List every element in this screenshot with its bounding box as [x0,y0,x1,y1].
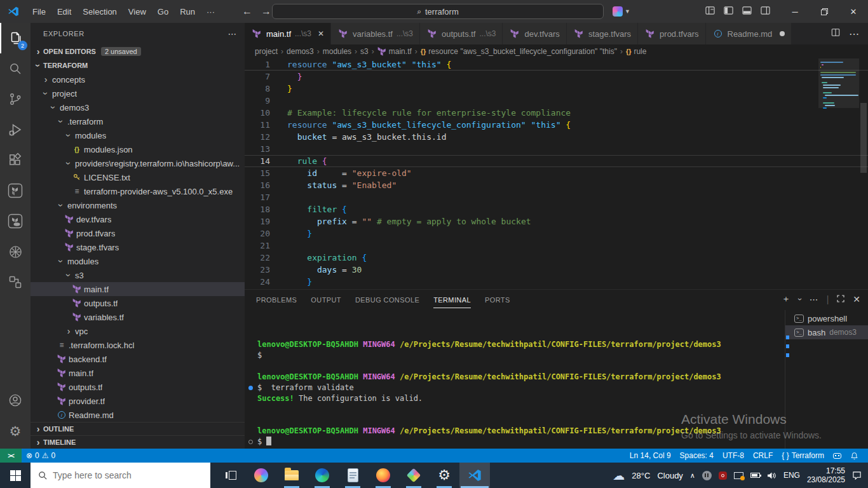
activity-account-icon[interactable] [0,385,31,416]
panel-tab-problems[interactable]: PROBLEMS [256,291,297,308]
code-line-11[interactable]: 11resource "aws_s3_bucket_lifecycle_conf… [245,119,868,131]
tab-outputs.tf[interactable]: outputs.tf...\s3 [420,23,503,44]
taskbar-app-vscode[interactable] [459,463,490,488]
taskbar-search-input[interactable] [53,470,193,480]
tree-item-.terraform[interactable]: ›.terraform [31,114,245,128]
cast-tray-icon[interactable] [734,472,743,479]
editor-more-actions-icon[interactable]: ⋯ [849,28,859,40]
media-tray-icon[interactable] [702,471,712,480]
task-view-button[interactable] [215,463,246,488]
timeline-section[interactable]: › TIMELINE [31,435,245,449]
volume-tray-icon[interactable] [767,471,776,480]
weather-icon[interactable]: ☁ [613,468,625,483]
panel-tab-output[interactable]: OUTPUT [311,291,341,308]
close-button[interactable]: ✕ [839,0,868,23]
activity-terraform-icon[interactable] [0,175,31,206]
tree-item-.terraform.lock.hcl[interactable]: ≡.terraform.lock.hcl [31,338,245,352]
tray-expand-icon[interactable]: ∧ [690,471,695,480]
activity-source-control-icon[interactable] [0,84,31,114]
cursor-position[interactable]: Ln 14, Col 9 [625,449,675,463]
minimize-button[interactable]: ─ [780,0,810,23]
terminal-dropdown-icon[interactable]: › [796,298,804,301]
tree-item-stage.tfvars[interactable]: stage.tfvars [31,240,245,254]
code-line-19[interactable]: 19 prefix = "" # empty = apply to whole … [245,215,868,227]
tree-item-prod.tfvars[interactable]: prod.tfvars [31,226,245,240]
activity-settings-icon[interactable]: ⚙ [0,416,31,446]
code-line-8[interactable]: 8} [245,83,868,95]
menu-run[interactable]: Run [174,3,201,20]
eol-sequence[interactable]: CRLF [749,449,777,463]
code-line-21[interactable]: 21 [245,240,868,252]
code-line-9[interactable]: 9 [245,95,868,107]
indentation[interactable]: Spaces: 4 [675,449,718,463]
scrollbar-thumb[interactable] [860,103,867,173]
menu-edit[interactable]: Edit [51,3,77,20]
tree-item-outputs.tf[interactable]: outputs.tf [31,296,245,310]
notifications-bell-icon[interactable] [846,449,863,463]
command-center-search[interactable]: ⌕ terraform [272,4,604,19]
more-actions-icon[interactable]: ⋯ [227,29,237,39]
taskbar-app-dev-app[interactable] [398,463,429,488]
problems-status[interactable]: ⊗0 ⚠0 [22,449,60,463]
taskbar-app-file-explorer[interactable] [276,463,307,488]
taskbar-app-notepad[interactable] [337,463,368,488]
tree-item-backend.tf[interactable]: backend.tf [31,352,245,366]
code-line-23[interactable]: 23 days = 30 [245,264,868,276]
tree-item-providers-registry.terraform.io-hashicorp-aw...[interactable]: ›providers\registry.terraform.io\hashico… [31,156,245,170]
clock[interactable]: 17:55 23/08/2025 [807,466,845,484]
taskbar-search[interactable] [31,463,210,488]
menu-file[interactable]: File [27,3,51,20]
close-tab-icon[interactable]: ✕ [318,29,324,38]
forward-icon[interactable]: → [261,6,271,17]
activity-extensions-icon[interactable] [0,145,31,175]
command-decoration-icon[interactable] [248,440,253,444]
code-line-22[interactable]: 22 expiration { [245,252,868,264]
outline-section[interactable]: › OUTLINE [31,422,245,435]
terminal[interactable]: lenovo@DESKTOP-BQ5AHDH MINGW64 /e/Projec… [245,310,785,449]
menu-selection[interactable]: Selection [77,3,122,20]
toggle-panel-icon[interactable] [742,6,752,18]
tree-item-modules[interactable]: ›modules [31,128,245,142]
taskbar-app-copilot[interactable] [246,463,276,488]
back-icon[interactable]: ← [242,6,252,17]
code-line-18[interactable]: 18 filter { [245,203,868,215]
panel-tab-ports[interactable]: PORTS [485,291,510,308]
tree-item-license.txt[interactable]: LICENSE.txt [31,170,245,184]
weather-condition[interactable]: Cloudy [657,471,682,480]
breadcrumb-item[interactable]: demos3 [287,47,314,56]
open-editors-header[interactable]: › OPEN EDITORS 2 unsaved [31,44,245,58]
toggle-secondary-sidebar-icon[interactable] [761,6,770,18]
code-editor[interactable]: 1resource "aws_s3_bucket" "this" { 7 }8}… [245,58,868,289]
code-line-12[interactable]: 12 bucket = aws_s3_bucket.this.id [245,131,868,143]
copilot-menu[interactable]: ▼ [613,6,630,17]
breadcrumb-item[interactable]: main.tf [377,47,412,56]
taskbar-app-firefox[interactable] [368,463,398,488]
activity-run-debug-icon[interactable] [0,114,31,145]
panel-tab-debug-console[interactable]: DEBUG CONSOLE [355,291,419,308]
code-line-1[interactable]: 1resource "aws_s3_bucket" "this" { [245,58,868,71]
breadcrumb-item[interactable]: {}resource "aws_s3_bucket_lifecycle_conf… [421,47,617,56]
remote-indicator[interactable]: >< [0,449,22,463]
activity-remote-explorer-icon[interactable] [0,267,31,297]
breadcrumb-item[interactable]: project [255,47,278,56]
customize-layout-icon[interactable] [705,6,715,18]
tab-main.tf[interactable]: main.tf...\s3✕ [245,23,331,44]
split-editor-icon[interactable] [831,28,840,39]
tab-prod.tfvars[interactable]: prod.tfvars [638,23,705,44]
code-line-20[interactable]: 20 } [245,227,868,240]
tab-dev.tfvars[interactable]: dev.tfvars [503,23,566,44]
terminal-instance-powershell[interactable]: >_powershell [785,311,868,325]
activity-explorer-icon[interactable]: 2 [0,23,31,53]
toggle-sidebar-icon[interactable] [724,6,733,18]
tree-item-terraform-provider-aws-v5.100.0-x5.exe[interactable]: ≡terraform-provider-aws_v5.100.0_x5.exe [31,184,245,198]
activity-kubernetes-icon[interactable] [0,236,31,267]
menu-view[interactable]: View [123,3,152,20]
language-mode[interactable]: { }Terraform [777,449,829,463]
code-line-10[interactable]: 10# Example: lifecycle rule for enterpri… [245,107,868,119]
workspace-root[interactable]: › TERRAFORM [31,58,245,72]
code-line-16[interactable]: 16 status = "Enabled" [245,179,868,191]
menu-go[interactable]: Go [152,3,174,20]
breadcrumb-item[interactable]: s3 [360,47,369,56]
editor-scrollbar[interactable] [859,58,868,289]
tree-item-demos3[interactable]: ›demos3 [31,100,245,114]
